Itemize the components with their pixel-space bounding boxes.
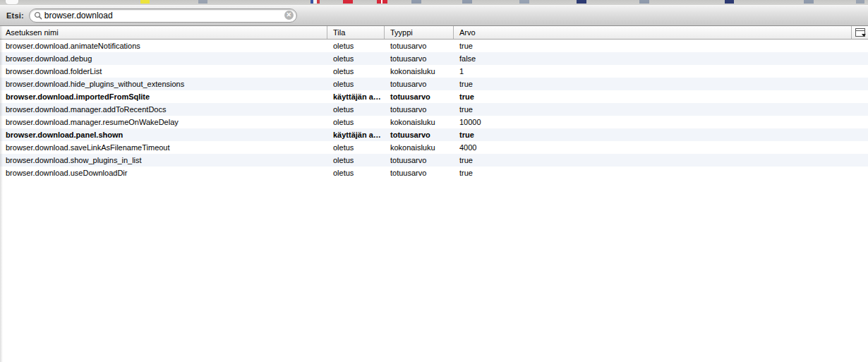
favicon-slate-1[interactable] [198,0,207,4]
pref-row[interactable]: browser.download.folderList oletus kokon… [0,65,868,78]
pref-name: browser.download.debug [0,52,327,65]
pref-type: totuusarvo [385,78,454,90]
pref-name: browser.download.show_plugins_in_list [0,154,327,167]
favicon-slate-6[interactable] [804,0,814,4]
favicon-flag-red-white[interactable] [377,0,387,4]
pref-type: totuusarvo [385,103,454,116]
pref-value: true [454,90,851,103]
pref-status: käyttäjän a… [327,128,385,141]
favicon-navy-1[interactable] [577,0,586,4]
column-header-tila[interactable]: Tila [327,26,385,39]
favicon-yellow[interactable] [140,0,150,4]
favicon-slate-2[interactable] [411,0,421,4]
pref-type: kokonaisluku [385,65,454,78]
pref-name: browser.download.useDownloadDir [0,167,327,179]
pref-name: browser.download.importedFromSqlite [0,90,327,103]
pref-value: true [454,78,851,90]
favicon-slate-7[interactable] [856,0,864,4]
pref-row[interactable]: browser.download.importedFromSqlite käyt… [0,90,868,103]
pref-status: oletus [327,52,385,65]
pref-type: totuusarvo [385,167,454,179]
column-header-arvo[interactable]: Arvo [454,26,851,39]
favicon-red[interactable] [343,0,353,4]
column-header-name[interactable]: Asetuksen nimi [0,26,327,39]
favicon-slate-4[interactable] [519,0,529,4]
column-picker-button[interactable] [851,26,868,39]
pref-status: oletus [327,40,385,52]
pref-status: oletus [327,167,385,179]
pref-type: totuusarvo [385,52,454,65]
pref-status: oletus [327,78,385,90]
pref-status: oletus [327,103,385,116]
pref-value: false [454,52,851,65]
pref-table-body: browser.download.animateNotifications ol… [0,40,868,179]
pref-table-header: Asetuksen nimi Tila Tyyppi Arvo [0,26,868,40]
pref-status: käyttäjän a… [327,90,385,103]
pref-name: browser.download.panel.shown [0,128,327,141]
favicon-slate-3[interactable] [462,0,472,4]
favicon-slate-5[interactable] [639,0,649,4]
pref-row[interactable]: browser.download.saveLinkAsFilenameTimeo… [0,141,868,154]
pref-value: true [454,167,851,179]
pref-type: kokonaisluku [385,141,454,154]
pref-value: true [454,128,851,141]
search-field[interactable]: ✕ [29,8,297,23]
column-picker-icon [855,28,865,37]
pref-name: browser.download.hide_plugins_without_ex… [0,78,327,90]
pref-type: totuusarvo [385,40,454,52]
favicon-flag-blue-white-red[interactable] [311,0,320,4]
search-label: Etsi: [6,11,24,20]
pref-row[interactable]: browser.download.hide_plugins_without_ex… [0,78,868,90]
about-config-window: Etsi: ✕ Asetuksen nimi Tila Tyyppi Arvo … [0,0,868,362]
bookmarks-bar-strip [0,0,868,5]
pref-name: browser.download.animateNotifications [0,40,327,52]
pref-row[interactable]: browser.download.useDownloadDir oletus t… [0,167,868,179]
search-input[interactable] [44,11,296,20]
pref-type: kokonaisluku [385,116,454,128]
pref-status: oletus [327,154,385,167]
pref-row[interactable]: browser.download.manager.addToRecentDocs… [0,103,868,116]
pref-name: browser.download.manager.addToRecentDocs [0,103,327,116]
pref-type: totuusarvo [385,154,454,167]
pref-value: 10000 [454,116,851,128]
pref-row[interactable]: browser.download.animateNotifications ol… [0,40,868,52]
pref-type: totuusarvo [385,90,454,103]
favicon-white[interactable] [6,0,18,4]
pref-value: true [454,103,851,116]
pref-value: true [454,154,851,167]
pref-row[interactable]: browser.download.manager.resumeOnWakeDel… [0,116,868,128]
pref-name: browser.download.saveLinkAsFilenameTimeo… [0,141,327,154]
pref-value: 4000 [454,141,851,154]
search-icon [34,11,42,20]
pref-status: oletus [327,141,385,154]
clear-search-icon[interactable]: ✕ [284,11,294,20]
pref-status: oletus [327,65,385,78]
column-header-tyyppi[interactable]: Tyyppi [385,26,454,39]
pref-status: oletus [327,116,385,128]
pref-row[interactable]: browser.download.show_plugins_in_list ol… [0,154,868,167]
pref-value: 1 [454,65,851,78]
pref-type: totuusarvo [385,128,454,141]
pref-value: true [454,40,851,52]
pref-name: browser.download.manager.resumeOnWakeDel… [0,116,327,128]
search-toolbar: Etsi: ✕ [0,5,868,26]
pref-row[interactable]: browser.download.debug oletus totuusarvo… [0,52,868,65]
favicon-navy-2[interactable] [725,0,734,4]
pref-name: browser.download.folderList [0,65,327,78]
pref-row[interactable]: browser.download.panel.shown käyttäjän a… [0,128,868,141]
